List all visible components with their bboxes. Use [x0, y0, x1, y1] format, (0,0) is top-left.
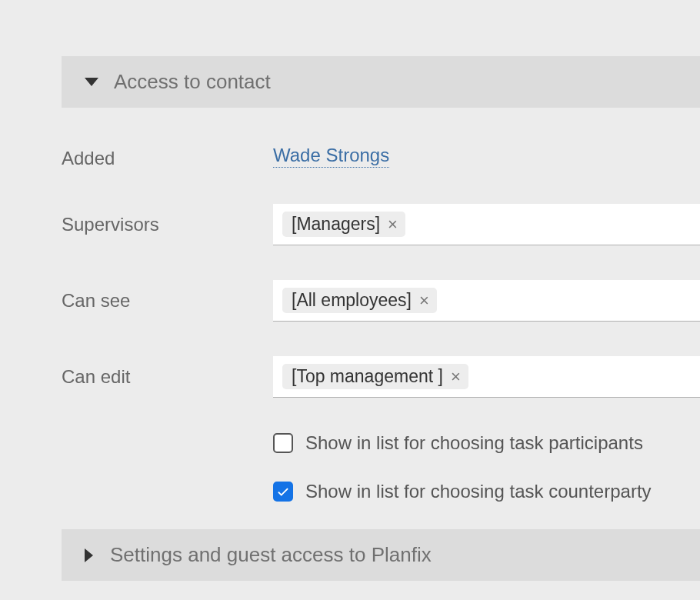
can-see-tag: [All employees] × [282, 288, 437, 313]
remove-tag-icon[interactable]: × [451, 368, 461, 385]
supervisors-input[interactable]: [Managers] × [273, 204, 700, 245]
can-see-input[interactable]: [All employees] × [273, 280, 700, 322]
added-link[interactable]: Wade Strongs [273, 145, 389, 168]
tag-label: [All employees] [292, 290, 412, 311]
checkbox-label-participants: Show in list for choosing task participa… [305, 432, 643, 454]
tag-label: [Managers] [292, 214, 380, 235]
checkbox-label-counterparty: Show in list for choosing task counterpa… [305, 481, 652, 502]
section-header-settings[interactable]: Settings and guest access to Planfix [62, 529, 700, 581]
checkbox-show-counterparty[interactable] [273, 482, 293, 502]
can-edit-input[interactable]: [Top management ] × [273, 356, 700, 398]
remove-tag-icon[interactable]: × [419, 292, 429, 309]
label-added: Added [62, 145, 273, 169]
label-can-see: Can see [62, 290, 273, 312]
caret-down-icon [85, 78, 98, 86]
checkbox-show-participants[interactable] [273, 433, 293, 453]
section-header-access[interactable]: Access to contact [62, 56, 700, 108]
section-title-access: Access to contact [114, 70, 271, 94]
tag-label: [Top management ] [292, 366, 443, 387]
label-supervisors: Supervisors [62, 214, 273, 235]
supervisors-tag: [Managers] × [282, 212, 405, 237]
can-edit-tag: [Top management ] × [282, 364, 468, 389]
remove-tag-icon[interactable]: × [388, 216, 398, 233]
caret-right-icon [85, 548, 93, 562]
check-icon [276, 485, 290, 498]
section-title-settings: Settings and guest access to Planfix [110, 543, 432, 567]
label-can-edit: Can edit [62, 366, 273, 388]
